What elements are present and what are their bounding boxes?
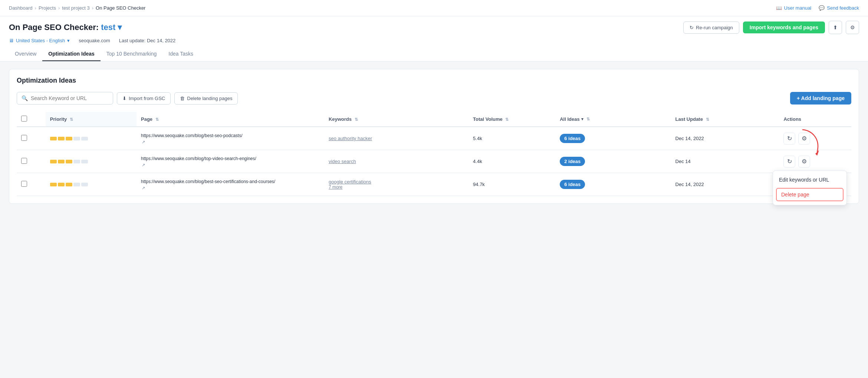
row1-priority-cell — [46, 127, 137, 150]
all-ideas-chevron-icon[interactable]: ▾ — [581, 117, 583, 122]
row3-more-link[interactable]: 7 more — [329, 185, 464, 190]
th-ideas[interactable]: All Ideas ▾ ⇅ — [555, 112, 671, 127]
priority-bar-4 — [73, 160, 80, 163]
project-name-highlight[interactable]: test — [101, 23, 115, 32]
top-bar-right: 📖 User manual 💬 Send feedback — [776, 5, 859, 11]
row3-keyword-link[interactable]: google certifications — [329, 179, 371, 185]
optimization-ideas-card: Optimization Ideas 🔍 ⬇ Import from GSC 🗑… — [9, 69, 859, 204]
row2-refresh-button[interactable]: ↻ — [783, 156, 795, 168]
priority-bar-3 — [66, 160, 72, 163]
row3-ideas-cell: 6 ideas — [555, 173, 671, 196]
th-volume[interactable]: Total Volume ⇅ — [468, 112, 555, 127]
row1-refresh-button[interactable]: ↻ — [783, 133, 795, 145]
breadcrumb-test-project[interactable]: test project 3 — [62, 5, 89, 11]
search-box[interactable]: 🔍 — [17, 92, 113, 105]
delete-landing-pages-button[interactable]: 🗑 Delete landing pages — [174, 92, 238, 105]
delete-page-item[interactable]: Delete page — [776, 188, 844, 201]
priority-bar-1 — [50, 160, 57, 163]
breadcrumb-dashboard[interactable]: Dashboard — [9, 5, 33, 11]
row3-ideas-badge[interactable]: 6 ideas — [560, 180, 585, 189]
row3-priority-cell — [46, 173, 137, 196]
book-icon: 📖 — [776, 5, 782, 11]
gear-icon: ⚙ — [850, 24, 855, 30]
row1-page-url: https://www.seoquake.com/blog/best-seo-p… — [141, 132, 320, 139]
top-bar: Dashboard › Projects › test project 3 › … — [0, 0, 868, 16]
export-button[interactable]: ⬆ — [829, 21, 842, 34]
row1-external-link-icon[interactable]: ↗ — [142, 140, 145, 144]
priority-bar-5 — [81, 160, 88, 163]
user-manual-link[interactable]: 📖 User manual — [776, 5, 812, 11]
row2-actions-cell: ↻ ⚙ Edit keywords or URL — [779, 150, 851, 173]
tab-overview[interactable]: Overview — [9, 47, 42, 61]
send-feedback-link[interactable]: 💬 Send feedback — [819, 5, 859, 11]
tab-idea-tasks[interactable]: Idea Tasks — [162, 47, 199, 61]
row1-keyword-cell: seo authority hacker — [324, 127, 468, 150]
priority-bar-1 — [50, 137, 57, 140]
breadcrumb-projects[interactable]: Projects — [39, 5, 56, 11]
region-selector[interactable]: 🖥 United States - English ▾ — [9, 38, 70, 43]
title-dropdown-icon[interactable]: ▾ — [118, 23, 122, 32]
row1-volume: 5.4k — [473, 136, 482, 141]
row1-settings-button[interactable]: ⚙ — [798, 133, 810, 145]
download-icon: ⬇ — [122, 96, 126, 101]
row1-checkbox[interactable] — [21, 135, 27, 141]
priority-bar-3 — [66, 183, 72, 186]
row2-ideas-badge[interactable]: 2 ideas — [560, 157, 585, 166]
row3-priority-bars — [50, 183, 132, 186]
page-header: On Page SEO Checker: test ▾ ↻ Re-run cam… — [0, 16, 868, 62]
row1-actions-cell: ↻ ⚙ — [779, 127, 851, 150]
row2-date: Dec 14 — [675, 159, 691, 164]
tab-optimization-ideas[interactable]: Optimization Ideas — [42, 47, 100, 61]
header-top: On Page SEO Checker: test ▾ ↻ Re-run cam… — [9, 21, 859, 34]
select-all-checkbox[interactable] — [21, 116, 27, 122]
row2-volume: 4.4k — [473, 159, 482, 164]
settings-button[interactable]: ⚙ — [846, 21, 859, 34]
th-keywords[interactable]: Keywords ⇅ — [324, 112, 468, 127]
tabs-nav: Overview Optimization Ideas Top 10 Bench… — [9, 47, 859, 61]
th-page[interactable]: Page ⇅ — [137, 112, 324, 127]
row3-external-link-icon[interactable]: ↗ — [142, 186, 145, 190]
row1-keyword-link[interactable]: seo authority hacker — [329, 136, 372, 141]
priority-bar-2 — [58, 160, 65, 163]
search-icon: 🔍 — [22, 95, 28, 101]
row2-checkbox[interactable] — [21, 158, 27, 164]
domain-label: seoquake.com — [79, 38, 110, 43]
row2-keyword-link[interactable]: video search — [329, 159, 356, 164]
rerun-campaign-button[interactable]: ↻ Re-run campaign — [683, 21, 739, 34]
import-gsc-button[interactable]: ⬇ Import from GSC — [117, 92, 171, 105]
row1-ideas-badge[interactable]: 6 ideas — [560, 134, 585, 143]
priority-bar-5 — [81, 137, 88, 140]
priority-bar-4 — [73, 137, 80, 140]
row2-external-link-icon[interactable]: ↗ — [142, 163, 145, 167]
row2-checkbox-cell — [17, 150, 46, 173]
row2-settings-button[interactable]: ⚙ — [798, 156, 810, 168]
main-content: Optimization Ideas 🔍 ⬇ Import from GSC 🗑… — [0, 62, 868, 211]
ideas-table-wrapper: Priority ⇅ Page ⇅ Keywords ⇅ Total Vol — [17, 112, 851, 196]
edit-keywords-url-item[interactable]: Edit keywords or URL — [773, 173, 846, 186]
table-row: https://www.seoquake.com/blog/top-video-… — [17, 150, 851, 173]
trash-icon: 🗑 — [180, 96, 185, 101]
row2-ideas-cell: 2 ideas — [555, 150, 671, 173]
row3-volume-cell: 94.7k — [468, 173, 555, 196]
import-keywords-button[interactable]: Import keywords and pages — [743, 21, 825, 33]
th-priority[interactable]: Priority ⇅ — [46, 112, 137, 127]
search-input[interactable] — [31, 95, 108, 101]
card-title: Optimization Ideas — [17, 77, 851, 84]
row3-checkbox-cell — [17, 173, 46, 196]
toolbar: 🔍 ⬇ Import from GSC 🗑 Delete landing pag… — [17, 92, 851, 105]
row1-priority-bars — [50, 137, 132, 140]
row1-checkbox-cell — [17, 127, 46, 150]
tab-benchmarking[interactable]: Top 10 Benchmarking — [101, 47, 162, 61]
th-last-update[interactable]: Last Update ⇅ — [671, 112, 779, 127]
page-title: On Page SEO Checker: test ▾ — [9, 23, 122, 32]
row1-date: Dec 14, 2022 — [675, 136, 704, 141]
row1-volume-cell: 5.4k — [468, 127, 555, 150]
row2-page-cell: https://www.seoquake.com/blog/top-video-… — [137, 150, 324, 173]
add-landing-page-button[interactable]: + Add landing page — [790, 92, 851, 105]
breadcrumb: Dashboard › Projects › test project 3 › … — [9, 5, 145, 11]
row3-volume: 94.7k — [473, 182, 485, 187]
row1-page-cell: https://www.seoquake.com/blog/best-seo-p… — [137, 127, 324, 150]
row3-checkbox[interactable] — [21, 181, 27, 187]
row1-action-icons: ↻ ⚙ — [783, 133, 847, 145]
ideas-table: Priority ⇅ Page ⇅ Keywords ⇅ Total Vol — [17, 112, 851, 196]
